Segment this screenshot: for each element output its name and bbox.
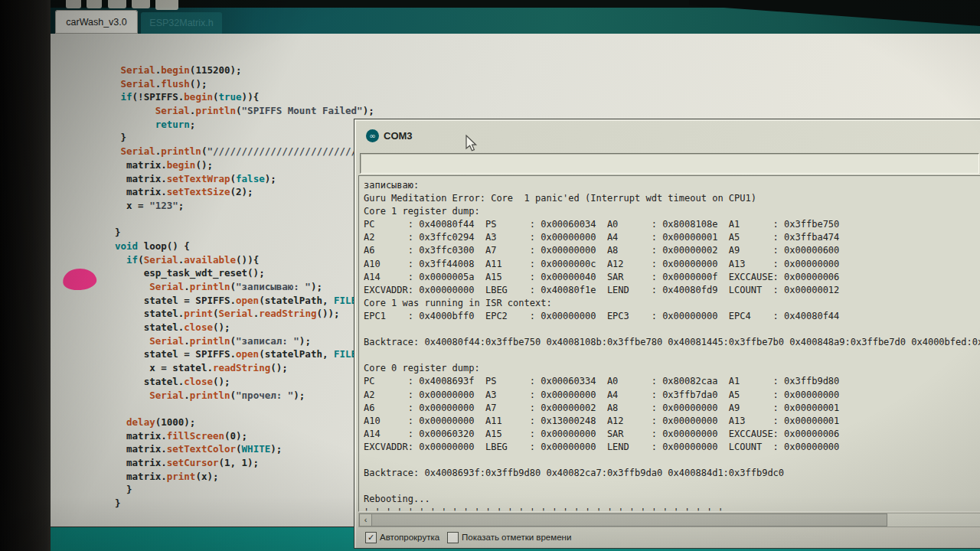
tab-label: ESP32Matrix.h <box>149 18 213 28</box>
serial-send-input[interactable] <box>360 153 979 174</box>
timestamps-label[interactable]: Показать отметки времени <box>462 533 571 542</box>
toolbar-button[interactable] <box>155 0 178 10</box>
scrollbar-thumb[interactable] <box>371 514 887 527</box>
scroll-left-arrow[interactable]: ‹ <box>359 514 372 527</box>
autoscroll-checkbox[interactable]: ✓ <box>365 532 377 543</box>
serial-output-area[interactable]: записываю: Guru Meditation Error: Core 1… <box>358 175 980 512</box>
toolbar-button[interactable] <box>132 0 150 8</box>
monitor-bezel <box>0 0 51 551</box>
tab-esp32matrix-header[interactable]: ESP32Matrix.h <box>141 12 222 34</box>
toolbar-button[interactable] <box>66 0 81 8</box>
photo-of-arduino-ide: carWash_v3.0 ESP32Matrix.h Serial.begin(… <box>0 0 980 551</box>
autoscroll-label[interactable]: Автопрокрутка <box>380 533 439 542</box>
timestamps-checkbox[interactable] <box>447 532 459 543</box>
serial-monitor-options: ✓ Автопрокрутка Показать отметки времени <box>354 530 980 548</box>
serial-monitor-window: ∞ COM3 записываю: Guru Meditation Error:… <box>354 119 980 549</box>
mouse-cursor <box>466 135 481 153</box>
toolbar-button[interactable] <box>108 0 126 8</box>
serial-monitor-title: COM3 <box>384 130 413 142</box>
tab-carwash-sketch[interactable]: carWash_v3.0 <box>55 10 138 34</box>
arduino-infinity-icon: ∞ <box>366 129 379 142</box>
toolbar-button[interactable] <box>87 0 102 8</box>
serial-monitor-titlebar[interactable]: ∞ COM3 <box>354 119 980 152</box>
tab-label: carWash_v3.0 <box>66 17 126 28</box>
horizontal-scrollbar[interactable]: ‹ <box>358 513 980 527</box>
